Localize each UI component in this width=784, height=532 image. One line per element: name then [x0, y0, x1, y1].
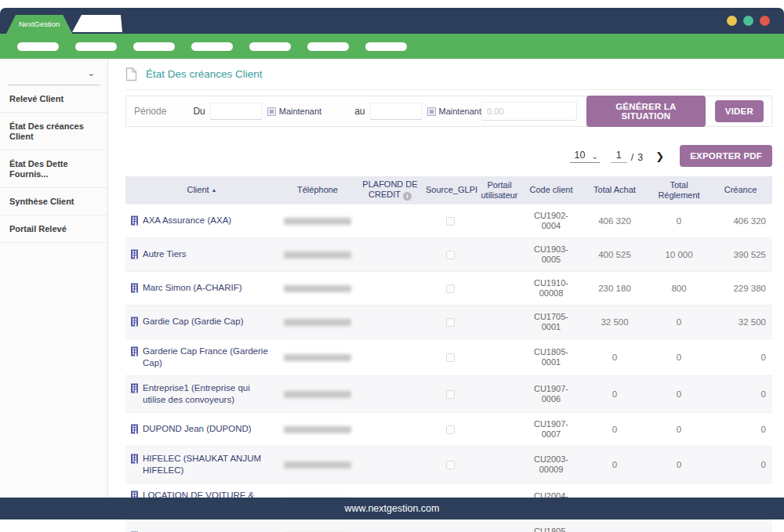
- brand-tab[interactable]: NextGestion: [6, 15, 72, 34]
- sidebar-item-etat-dette-fournisseur[interactable]: État Des Dette Fournis...: [0, 150, 107, 188]
- total-achat-cell: 400 525: [580, 238, 649, 272]
- plafond-credit-cell: [357, 238, 423, 272]
- clear-button[interactable]: VIDER: [715, 100, 764, 122]
- info-icon[interactable]: i: [403, 192, 412, 201]
- close-dot-icon[interactable]: [760, 16, 770, 26]
- total-pages: 3: [637, 152, 643, 163]
- plafond-credit-cell: [357, 413, 423, 447]
- col-header-client[interactable]: Client▲: [125, 176, 278, 204]
- client-name[interactable]: Marc Simon (A-CHARIF): [143, 282, 242, 294]
- table-row: DUPOND Jean (DUPOND) CU1907-0007 0 0 0: [125, 413, 772, 447]
- source-glpi-checkbox[interactable]: [446, 425, 455, 434]
- source-glpi-checkbox[interactable]: [446, 251, 455, 259]
- plafond-credit-cell: [357, 204, 423, 238]
- building-icon: [130, 454, 139, 465]
- col-header-total-reglement[interactable]: Total Réglement: [649, 176, 709, 204]
- nav-pill[interactable]: [75, 42, 117, 51]
- col-header-telephone[interactable]: Téléphone: [278, 176, 357, 204]
- next-page-button[interactable]: ❯: [655, 150, 664, 162]
- creance-cell: 390 525: [709, 238, 772, 272]
- client-name[interactable]: Entreprise1 (Entreprise qui utilise des …: [143, 382, 274, 406]
- col-header-code-client[interactable]: Code client: [522, 176, 580, 204]
- building-icon: [130, 424, 139, 436]
- portail-utilisateur-cell: [477, 376, 522, 413]
- chevron-down-icon: ⌄: [88, 68, 95, 78]
- maintenant-from-link[interactable]: Maintenant: [279, 107, 321, 116]
- table-toolbar: 10 ⌄ 1 / 3 ❯ EXPORTER PDF: [125, 145, 772, 167]
- creance-cell: 0: [709, 339, 772, 376]
- portail-utilisateur-cell: [477, 339, 522, 376]
- creance-cell: -260 179.92: [709, 520, 772, 532]
- sidebar-item-etat-creances-client[interactable]: État Des créances Client: [0, 113, 107, 150]
- calendar-icon[interactable]: [427, 107, 436, 116]
- source-glpi-checkbox[interactable]: [446, 217, 455, 226]
- nav-pill[interactable]: [133, 42, 175, 51]
- sidebar-report-select[interactable]: ⌄: [8, 66, 100, 85]
- total-achat-cell: 0: [580, 339, 649, 376]
- source-glpi-checkbox[interactable]: [446, 461, 455, 469]
- total-reglement-cell: 0: [649, 413, 709, 447]
- nav-pill[interactable]: [191, 42, 233, 51]
- client-name[interactable]: Garderie Cap France (Garderie Cap): [143, 346, 274, 369]
- period-filter-bar: Période Du Maintenant au Maintenant GÉNÉ…: [125, 96, 772, 127]
- sort-asc-icon: ▲: [212, 187, 217, 193]
- generate-situation-button[interactable]: GÉNÉRER LA SITUATION: [586, 96, 706, 127]
- titlebar: NextGestion: [0, 8, 784, 34]
- footer-url: www.nextgestion.com: [345, 503, 440, 514]
- total-reglement-cell: 0: [649, 376, 709, 413]
- client-name[interactable]: HIFELEC (SHAUKAT ANJUM HIFELEC): [143, 453, 274, 476]
- page-header: État Des créances Client: [125, 59, 772, 90]
- creance-cell: 229 380: [709, 272, 772, 306]
- total-reglement-cell: 0: [649, 204, 709, 238]
- col-header-creance[interactable]: Créance: [709, 176, 772, 204]
- creance-cell: 0: [709, 376, 772, 413]
- total-reglement-cell: 0: [649, 339, 709, 376]
- export-pdf-button[interactable]: EXPORTER PDF: [680, 145, 772, 167]
- total-achat-cell: 0: [580, 447, 649, 483]
- col-header-portail-utilisateur[interactable]: Portail utilisateur: [477, 176, 522, 204]
- nav-pill[interactable]: [17, 42, 59, 51]
- telephone-redacted: [284, 285, 351, 292]
- sidebar-item-portail-releve[interactable]: Portail Relevé: [0, 215, 107, 243]
- page-size-select[interactable]: 10 ⌄: [570, 150, 600, 163]
- telephone-redacted: [284, 354, 351, 361]
- portail-utilisateur-cell: [477, 413, 522, 447]
- code-client: CU1705-0001: [522, 306, 580, 339]
- building-icon: [130, 346, 139, 358]
- col-header-plafond-credit[interactable]: PLAFOND DE CREDITi: [357, 176, 423, 204]
- total-achat-cell: 1 439 830.08: [580, 520, 649, 532]
- source-glpi-checkbox[interactable]: [446, 390, 455, 399]
- date-from-input[interactable]: [210, 103, 262, 120]
- building-icon: [130, 215, 139, 227]
- minimize-dot-icon[interactable]: [727, 16, 737, 26]
- source-glpi-checkbox[interactable]: [446, 284, 455, 293]
- telephone-redacted: [284, 218, 351, 225]
- chevron-down-icon: ⌄: [591, 152, 597, 161]
- portail-utilisateur-cell: [477, 272, 522, 306]
- sidebar-item-releve-client[interactable]: Relevé Client: [0, 85, 107, 113]
- client-name[interactable]: Autre Tiers: [143, 248, 187, 260]
- page-separator: /: [631, 152, 633, 163]
- maintenant-to-link[interactable]: Maintenant: [439, 107, 481, 116]
- source-glpi-checkbox[interactable]: [446, 353, 455, 362]
- source-glpi-checkbox[interactable]: [446, 318, 455, 327]
- nav-pill[interactable]: [307, 42, 349, 51]
- client-name[interactable]: Gardie Cap (Gardie Cap): [143, 316, 243, 328]
- total-reglement-cell: 10 000: [649, 238, 709, 272]
- current-page-input[interactable]: 1: [611, 150, 627, 163]
- col-header-total-achat[interactable]: Total Achat: [580, 176, 649, 204]
- col-header-source-glpi[interactable]: Source_GLPI: [423, 176, 477, 204]
- code-client: CU1805-0001: [522, 339, 580, 376]
- maximize-dot-icon[interactable]: [743, 16, 753, 26]
- amount-input[interactable]: [481, 102, 577, 121]
- calendar-icon[interactable]: [267, 107, 276, 116]
- client-name[interactable]: DUPOND Jean (DUPOND): [143, 423, 252, 435]
- plafond-credit-cell: [357, 520, 423, 532]
- date-to-input[interactable]: [370, 103, 422, 120]
- sidebar-item-synthese-client[interactable]: Synthèse Client: [0, 188, 107, 215]
- secondary-tab[interactable]: [72, 15, 122, 32]
- nav-pill[interactable]: [365, 42, 407, 51]
- page-title: État Des créances Client: [146, 68, 263, 80]
- client-name[interactable]: AXA Assurance (AXA): [143, 215, 231, 226]
- nav-pill[interactable]: [249, 42, 291, 51]
